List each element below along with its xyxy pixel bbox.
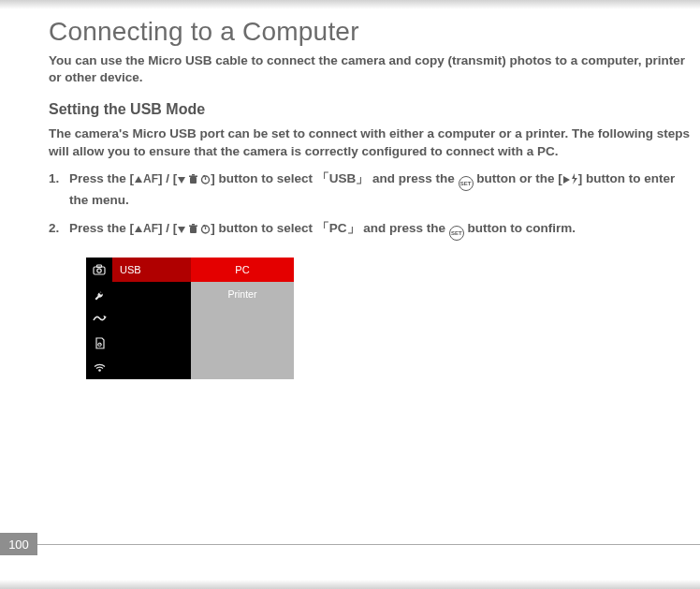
sidebar-wrench-icon[interactable] [86,282,112,306]
svg-rect-11 [190,227,197,233]
menu-row-usb[interactable]: USB PC [112,258,294,282]
steps-list: Press the [AF] / [] button to select 「US… [49,169,693,241]
trash-icon [188,171,198,190]
step-2: Press the [AF] / [] button to select 「PC… [49,219,693,241]
usb-mode-menu: USB PC Printer [86,258,294,379]
menu-sidebar [86,258,112,379]
sidebar-sd-icon[interactable] [86,331,112,355]
timer-icon [200,221,211,240]
svg-point-18 [97,269,101,272]
menu-row-empty [112,306,294,331]
set-label: SET [451,229,462,238]
menu-label-empty [112,282,191,306]
svg-marker-7 [563,176,570,184]
svg-rect-17 [97,265,102,268]
set-button-icon: SET [449,226,464,241]
right-arrow-icon [562,171,571,190]
step-text: ] button to select 「 [211,171,329,185]
step-text: 」 and press the [356,171,458,185]
top-shadow [0,0,700,9]
step-text: ] / [ [158,171,177,185]
svg-rect-2 [190,177,197,184]
footer-divider [37,544,700,545]
section-title: Setting the USB Mode [49,101,693,118]
step-text: button to confirm. [464,221,576,235]
bottom-shadow [0,580,700,589]
af-label: AF [143,172,158,185]
svg-point-21 [98,369,101,372]
timer-icon [200,171,211,190]
page-number: 100 [8,537,29,552]
up-arrow-icon [134,171,143,190]
sidebar-transfer-icon[interactable] [86,306,112,331]
step-text: Press the [ [69,221,134,235]
flash-icon [571,171,578,190]
menu-value-pc[interactable]: PC [191,258,294,282]
svg-rect-13 [192,224,195,226]
svg-rect-3 [189,175,197,177]
set-label: SET [460,180,472,188]
menu-row-empty [112,355,294,379]
svg-rect-4 [192,174,195,176]
down-arrow-icon [177,221,186,240]
section-intro: The camera's Micro USB port can be set t… [49,125,693,159]
step-text: ] / [ [158,221,177,235]
af-label: AF [143,222,158,235]
up-arrow-icon [134,221,143,240]
menu-body: USB PC Printer [112,258,294,379]
menu-row-empty [112,331,294,355]
page-intro: You can use the Micro USB cable to conne… [49,52,693,86]
menu-label-usb: USB [112,258,191,282]
sidebar-shoot-icon[interactable] [86,258,112,282]
svg-marker-1 [178,177,185,184]
svg-marker-0 [135,176,142,183]
sidebar-wifi-icon[interactable] [86,355,112,379]
step-target-pc: PC [329,221,347,235]
step-1: Press the [AF] / [] button to select 「US… [49,169,693,210]
svg-marker-8 [572,173,577,184]
set-button-icon: SET [459,176,474,191]
page-content: Connecting to a Computer You can use the… [0,0,700,379]
step-text: 」 and press the [347,221,449,235]
step-text: ] button to select 「 [211,221,329,235]
page-number-tab: 100 [0,533,37,555]
menu-value-printer[interactable]: Printer [191,282,294,306]
menu-row-printer[interactable]: Printer [112,282,294,306]
page-title: Connecting to a Computer [49,17,693,47]
trash-icon [188,221,198,240]
step-text: Press the [ [69,171,134,185]
step-target-usb: USB [329,171,357,185]
step-text: button or the [ [474,171,562,185]
svg-marker-10 [178,227,185,233]
down-arrow-icon [177,171,186,190]
svg-marker-9 [135,226,142,232]
svg-rect-12 [189,225,197,227]
